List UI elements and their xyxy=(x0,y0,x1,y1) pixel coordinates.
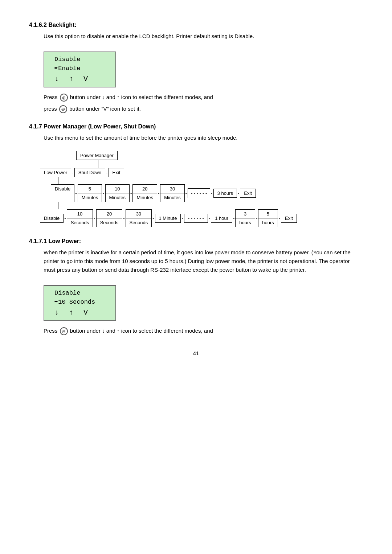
dash-sd-6: - xyxy=(232,216,235,221)
full-tree-container: Power Manager Low Power - Shut Down xyxy=(40,151,363,227)
backlight-lcd-icons: ↓ ↑ V xyxy=(54,75,105,83)
lp-20min-node: 20 Minutes xyxy=(132,184,157,202)
sd-10sec-top: 10 xyxy=(67,210,93,218)
dash-lp-1: - xyxy=(74,190,77,196)
section-low-power: 4.1.7.1 Low Power: When the printer is i… xyxy=(29,238,363,336)
backlight-heading: 4.1.6.2 Backlight: xyxy=(29,22,363,28)
dash-sd-5: - xyxy=(208,216,211,221)
lp-10min-bot: Minutes xyxy=(106,193,130,202)
sd-10sec-bot: Seconds xyxy=(67,218,93,227)
sd-exit-label: Exit xyxy=(281,214,297,222)
tree-diagram: Power Manager Low Power - Shut Down xyxy=(29,151,363,227)
section-power-manager: 4.1.7 Power Manager (Low Power, Shut Dow… xyxy=(29,123,363,227)
sd-dots-node: - - - - - - xyxy=(184,214,208,223)
lp-lcd-icons: ↓ ↑ V xyxy=(54,308,105,317)
shut-down-label: Shut Down xyxy=(75,168,105,177)
lp-20min-bot: Minutes xyxy=(133,193,157,202)
sd-20sec-top: 20 xyxy=(97,210,122,218)
backlight-body: Use this option to disable or enable the… xyxy=(44,32,363,41)
lp-exit-label: Exit xyxy=(240,189,256,197)
shutd-row: Disable - 10 Seconds - 20 Seconds - 30 xyxy=(40,209,297,227)
backlight-press-line1: Press ◎ button under ↓ and ↑ icon to sel… xyxy=(44,93,363,102)
dash-sd-0: - xyxy=(64,216,66,221)
vline-lvl1-lowpower xyxy=(58,177,58,184)
backlight-lcd-box: Disable ➨Enable ↓ ↑ V xyxy=(44,52,116,87)
lp-dots-node: - - - - - - xyxy=(188,188,210,198)
low-power-body-text: When the printer is inactive for a certa… xyxy=(44,249,351,273)
dash-sep-2: - xyxy=(105,170,108,175)
dash-lp-3: - xyxy=(130,190,132,196)
low-power-lcd-box: Disable ➨10 Seconds ↓ ↑ V xyxy=(44,285,116,321)
lp-30min-node: 30 Minutes xyxy=(160,184,185,202)
lp-disable-node: Disable xyxy=(51,184,74,202)
lp-5min-bot: Minutes xyxy=(78,193,102,202)
sd-20sec-node: 20 Seconds xyxy=(96,209,123,227)
power-manager-body-text: Use this menu to set the amount of time … xyxy=(44,135,237,141)
dash-lp-4: - xyxy=(157,190,160,196)
dash-lp-5: - xyxy=(185,190,188,196)
dash-sd-2: - xyxy=(122,216,125,221)
vline-lvl0 xyxy=(98,160,98,168)
lp-up-icon-inline: ↑ xyxy=(117,328,121,334)
section-backlight: 4.1.6.2 Backlight: Use this option to di… xyxy=(29,22,363,113)
sd-1min-label: 1 Minute xyxy=(155,214,181,222)
exit-node-l1: Exit xyxy=(109,168,124,177)
sd-10sec-node: 10 Seconds xyxy=(67,209,93,227)
sd-1hour-label: 1 hour xyxy=(211,214,232,222)
backlight-lcd-line2: ➨Enable xyxy=(54,64,105,72)
lp-exit-node: Exit xyxy=(240,189,256,198)
power-manager-heading: 4.1.7 Power Manager (Low Power, Shut Dow… xyxy=(29,123,363,130)
lp-20min-top: 20 xyxy=(133,185,157,193)
lp-10min-node: 10 Minutes xyxy=(105,184,130,202)
sd-disable-label: Disable xyxy=(40,214,63,222)
low-power-press-line1: Press ◎ button under ↓ and ↑ icon to sel… xyxy=(44,326,363,336)
dash-sd-7: - xyxy=(255,216,258,221)
v-icon: V xyxy=(83,75,88,83)
sd-30sec-node: 30 Seconds xyxy=(126,209,152,227)
sd-30sec-bot: Seconds xyxy=(126,218,152,227)
circle-button-icon2: ◎ xyxy=(59,105,67,113)
sd-1hour-node: 1 hour xyxy=(211,214,232,223)
low-power-node: Low Power xyxy=(40,168,71,177)
exit-label-l1: Exit xyxy=(109,168,124,177)
dash-sd-1: - xyxy=(93,216,96,221)
sd-20sec-bot: Seconds xyxy=(97,218,122,227)
lp-up-arrow-icon: ↑ xyxy=(69,308,73,317)
lp-3hours-label: 3 hours xyxy=(214,189,237,197)
sd-exit-node: Exit xyxy=(281,214,297,223)
lp-lcd-line2: ➨10 Seconds xyxy=(54,298,105,305)
backlight-body-text: Use this option to disable or enable the… xyxy=(44,33,254,39)
lp-lcd-line1: Disable xyxy=(54,290,105,296)
sd-5hours-top: 5 xyxy=(258,210,278,218)
power-manager-label: Power Manager xyxy=(77,151,117,160)
dash-sep-1: - xyxy=(71,170,74,175)
shut-down-node: Shut Down xyxy=(74,168,106,177)
backlight-lcd-line1: Disable xyxy=(54,56,105,63)
low-power-body: When the printer is inactive for a certa… xyxy=(44,248,363,274)
lp-5min-top: 5 xyxy=(78,185,102,193)
power-manager-node: Power Manager xyxy=(76,151,118,160)
sd-3hours-bot: hours xyxy=(236,218,255,227)
lp-10min-top: 10 xyxy=(106,185,130,193)
up-arrow-icon: ↑ xyxy=(69,75,73,83)
sd-3hours-node: 3 hours xyxy=(235,209,255,227)
sd-dots-label: - - - - - - xyxy=(184,214,208,222)
dash-sd-4: - xyxy=(181,216,184,221)
sd-3hours-top: 3 xyxy=(236,210,255,218)
lp-5min-node: 5 Minutes xyxy=(78,184,102,202)
lp-disable-label: Disable xyxy=(51,185,74,193)
lp-30min-bot: Minutes xyxy=(160,193,184,202)
lp-dots-label: - - - - - - xyxy=(191,190,207,196)
dash-lp-7: - xyxy=(237,190,240,196)
vline-lvl2-shutd xyxy=(58,202,58,209)
low-power-label: Low Power xyxy=(40,168,71,177)
dash-sd-8: - xyxy=(278,216,281,221)
circle-button-icon: ◎ xyxy=(60,94,68,102)
sd-5hours-node: 5 hours xyxy=(258,209,278,227)
sd-30sec-top: 30 xyxy=(126,210,152,218)
down-arrow-icon: ↓ xyxy=(54,75,59,83)
lp-down-icon-inline: ↓ xyxy=(102,328,106,334)
dash-lp-6: - xyxy=(210,190,213,196)
dash-sd-3: - xyxy=(152,216,155,221)
page-number: 41 xyxy=(29,350,363,356)
